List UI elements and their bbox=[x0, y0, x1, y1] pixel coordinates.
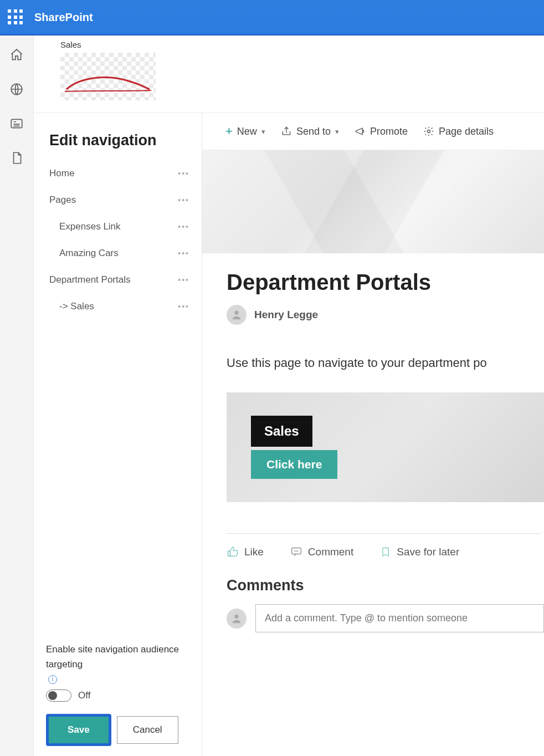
details-label: Page details bbox=[439, 126, 494, 137]
like-button[interactable]: Like bbox=[227, 546, 264, 558]
suite-header: SharePoint bbox=[0, 0, 544, 35]
globe-icon[interactable] bbox=[9, 82, 24, 99]
author-name[interactable]: Henry Legge bbox=[254, 309, 318, 321]
nav-item-label: Home bbox=[49, 168, 74, 179]
comment-icon bbox=[290, 546, 302, 558]
more-icon[interactable]: ••• bbox=[178, 302, 189, 311]
like-label: Like bbox=[244, 546, 264, 558]
edit-navigation-panel: Edit navigation Home ••• Pages ••• Expen… bbox=[34, 113, 202, 756]
svg-rect-1 bbox=[11, 119, 22, 127]
site-header: Sales bbox=[34, 35, 544, 113]
send-label: Send to bbox=[296, 126, 331, 137]
card-cta-button[interactable]: Click here bbox=[251, 450, 337, 479]
new-label: New bbox=[237, 126, 257, 137]
svg-point-5 bbox=[295, 551, 295, 551]
svg-point-2 bbox=[427, 130, 430, 133]
main-content: + New ▾ Send to ▾ Promote Page details bbox=[202, 113, 544, 756]
info-icon[interactable]: i bbox=[48, 675, 57, 684]
command-bar: + New ▾ Send to ▾ Promote Page details bbox=[202, 113, 544, 150]
app-name[interactable]: SharePoint bbox=[34, 11, 93, 24]
save-label: Save for later bbox=[397, 546, 459, 558]
more-icon[interactable]: ••• bbox=[178, 169, 189, 178]
page-icon[interactable] bbox=[9, 151, 24, 167]
nav-item-department-portals[interactable]: Department Portals ••• bbox=[34, 267, 202, 293]
home-icon[interactable] bbox=[9, 48, 24, 64]
nav-heading: Edit navigation bbox=[34, 132, 202, 160]
gear-icon bbox=[423, 126, 434, 137]
more-icon[interactable]: ••• bbox=[178, 275, 189, 284]
promote-label: Promote bbox=[370, 126, 408, 137]
bookmark-icon bbox=[380, 546, 391, 558]
comment-input[interactable] bbox=[255, 604, 544, 632]
save-button[interactable]: Save bbox=[49, 717, 109, 743]
comment-button[interactable]: Comment bbox=[290, 546, 353, 558]
avatar bbox=[227, 609, 247, 629]
more-icon[interactable]: ••• bbox=[178, 249, 189, 258]
svg-point-8 bbox=[234, 614, 238, 618]
quick-link-card[interactable]: Sales Click here bbox=[227, 392, 544, 502]
page-details-button[interactable]: Page details bbox=[423, 126, 494, 137]
more-icon[interactable]: ••• bbox=[178, 196, 189, 205]
card-title: Sales bbox=[251, 416, 312, 447]
svg-point-6 bbox=[296, 551, 296, 551]
nav-item-label: Pages bbox=[49, 195, 76, 206]
site-logo[interactable] bbox=[60, 53, 156, 100]
nav-item-sales[interactable]: -> Sales ••• bbox=[34, 293, 202, 320]
chevron-down-icon: ▾ bbox=[261, 127, 265, 136]
share-icon bbox=[281, 126, 292, 137]
nav-item-amazing-cars[interactable]: Amazing Cars ••• bbox=[34, 240, 202, 267]
svg-point-3 bbox=[234, 311, 238, 315]
save-button-highlight: Save bbox=[46, 714, 111, 746]
app-launcher-icon[interactable] bbox=[8, 9, 23, 25]
plus-icon: + bbox=[225, 124, 233, 139]
left-rail bbox=[0, 35, 33, 756]
save-for-later-button[interactable]: Save for later bbox=[380, 546, 459, 558]
page-content: Department Portals Henry Legge Use this … bbox=[202, 253, 544, 632]
more-icon[interactable]: ••• bbox=[178, 222, 189, 231]
nav-item-pages[interactable]: Pages ••• bbox=[34, 187, 202, 213]
new-button[interactable]: + New ▾ bbox=[225, 124, 265, 139]
avatar[interactable] bbox=[227, 305, 247, 325]
news-icon[interactable] bbox=[9, 116, 24, 133]
svg-point-7 bbox=[297, 551, 298, 551]
send-to-button[interactable]: Send to ▾ bbox=[281, 126, 339, 137]
hero-banner bbox=[202, 150, 544, 253]
toggle-state-label: Off bbox=[78, 690, 90, 701]
chevron-down-icon: ▾ bbox=[335, 127, 339, 136]
page-body-text: Use this page to navigate to your depart… bbox=[227, 356, 544, 370]
comments-heading: Comments bbox=[227, 577, 544, 594]
megaphone-icon bbox=[355, 126, 366, 137]
nav-item-expenses-link[interactable]: Expenses Link ••• bbox=[34, 213, 202, 240]
audience-targeting-toggle[interactable] bbox=[46, 689, 71, 702]
workspace: Sales Edit navigation Home ••• Pages •••… bbox=[33, 35, 544, 756]
nav-item-home[interactable]: Home ••• bbox=[34, 160, 202, 187]
page-title: Department Portals bbox=[227, 270, 544, 295]
promote-button[interactable]: Promote bbox=[355, 126, 408, 137]
nav-item-label: Expenses Link bbox=[59, 221, 121, 232]
nav-item-label: -> Sales bbox=[59, 301, 94, 312]
like-icon bbox=[227, 546, 239, 558]
cancel-button[interactable]: Cancel bbox=[117, 716, 178, 744]
nav-item-label: Department Portals bbox=[49, 274, 130, 285]
site-title[interactable]: Sales bbox=[60, 40, 527, 49]
audience-targeting-label: Enable site navigation audience targetin… bbox=[46, 642, 189, 684]
comment-label: Comment bbox=[308, 546, 353, 558]
nav-item-label: Amazing Cars bbox=[59, 248, 119, 259]
